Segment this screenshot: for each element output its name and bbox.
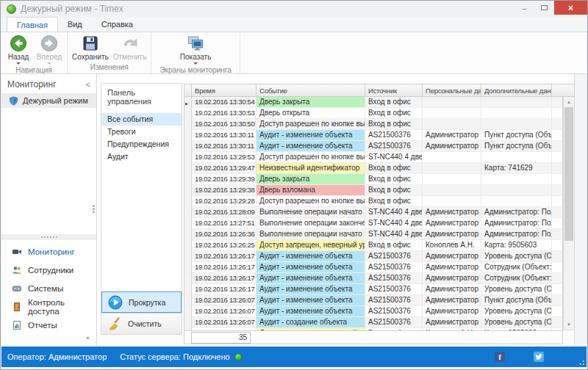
vertical-scrollbar[interactable]: ▲ ▼ (563, 97, 575, 330)
cell-personal (423, 174, 481, 185)
panel-splitter-grip[interactable]: ••• (93, 205, 95, 214)
header-filler (552, 84, 574, 96)
undo-button[interactable]: Отменить (111, 34, 149, 62)
table-row[interactable]: 19.02.2016 13:30:11 Аудит - изменение об… (184, 141, 562, 152)
tab-spravka[interactable]: Справка (92, 17, 143, 32)
table-row[interactable]: 19.02.2016 13:30:53 Дверь открыта Вход в… (184, 108, 562, 119)
cell-filler (552, 185, 562, 196)
filter-audit[interactable]: Аудит (101, 150, 182, 163)
row-indicator (184, 163, 192, 174)
cell-time: 19.02.2016 13:26:07 (192, 317, 257, 328)
table-row[interactable]: 19.02.2016 13:26:17 Аудит - изменение об… (184, 262, 562, 273)
table-row[interactable]: 19.02.2016 13:27:51 Выполнение операции … (184, 218, 562, 229)
cell-time: 19.02.2016 13:30:53 (192, 108, 257, 119)
cell-time: 19.02.2016 13:26:07 (192, 295, 257, 306)
table-row[interactable]: 19.02.2016 13:26:25 Доступ запрещен, нев… (184, 240, 562, 251)
sidebar: Мониторинг < Дежурный режим ••• Монитори… (1, 74, 97, 347)
table-row[interactable]: 19.02.2016 13:26:17 Аудит - изменение об… (184, 284, 562, 295)
filter-warnings[interactable]: Предупреждения (101, 138, 182, 150)
row-indicator (184, 108, 192, 119)
cell-personal: Администратор (423, 317, 481, 328)
sidebar-collapse-icon[interactable]: < (86, 80, 90, 89)
header-event[interactable]: Событие (257, 84, 365, 96)
status-bar: Оператор: Администратор Статус сервера: … (1, 347, 587, 367)
record-count-box[interactable]: 35 (191, 332, 251, 344)
table-row[interactable]: 19.02.2016 13:26:17 Аудит - изменение об… (184, 251, 562, 262)
scrollbar-thumb[interactable] (564, 107, 573, 241)
cell-extra (481, 97, 552, 108)
table-row[interactable]: 19.02.2016 13:26:07 Аудит - изменение об… (184, 295, 562, 306)
table-row[interactable]: 19.02.2016 13:26:17 Аудит - изменение об… (184, 273, 562, 284)
table-row[interactable]: 19.02.2016 13:30:11 Аудит - изменение об… (184, 130, 562, 141)
filter-alarms[interactable]: Тревоги (101, 126, 182, 138)
sidebar-splitter[interactable] (1, 234, 96, 240)
table-row[interactable]: ▶ 19.02.2016 13:30:54 Дверь закрыта Вход… (184, 97, 562, 108)
cell-extra (481, 185, 552, 196)
tab-glavnaya[interactable]: Главная (7, 17, 58, 32)
filter-all-events[interactable]: Все события (101, 113, 182, 126)
header-source[interactable]: Источник (365, 84, 423, 96)
table-row[interactable]: 19.02.2016 13:26:36 Выполнение операции … (184, 229, 562, 240)
sidebar-nav-expand-icon[interactable]: ▼ (85, 335, 90, 341)
scroll-button[interactable]: Прокрутка (101, 291, 182, 313)
minimize-button[interactable]: – (514, 1, 534, 15)
show-dropdown-icon (193, 62, 198, 65)
cell-source: AS21500376 (365, 284, 423, 295)
table-row[interactable]: 19.02.2016 13:29:53 Доступ разрешен по к… (184, 152, 562, 163)
cell-source: AS21500376 (365, 306, 423, 317)
sidebar-item-monitoring[interactable]: Мониторинг (1, 242, 96, 261)
sidebar-item-systems[interactable]: Системы (1, 279, 96, 297)
forward-button[interactable]: Вперед (34, 34, 65, 65)
close-button[interactable]: × (554, 1, 587, 15)
table-row[interactable]: 19.02.2016 13:29:38 Дверь взломана Вход … (184, 185, 562, 196)
cell-event: Доступ разрешен по кнопке выхода (257, 152, 365, 163)
cell-extra: Сотрудник (Объект: К... (481, 262, 552, 273)
table-row[interactable]: 19.02.2016 13:26:07 Аудит - изменение об… (184, 306, 562, 317)
table-row[interactable]: 19.02.2016 13:29:28 Доступ разрешен по к… (184, 196, 562, 207)
cell-personal: Администратор (423, 207, 481, 218)
tab-vid[interactable]: Вид (58, 17, 92, 32)
clear-button[interactable]: Очистить (101, 313, 182, 334)
back-button[interactable]: Назад (3, 34, 34, 65)
main-area: Мониторинг < Дежурный режим ••• Монитори… (1, 74, 587, 347)
save-button[interactable]: Сохранить (70, 34, 111, 62)
table-row[interactable]: 19.02.2016 13:30:50 Доступ разрешен по к… (184, 119, 562, 130)
resize-grip[interactable] (577, 358, 584, 365)
row-indicator (184, 229, 192, 240)
header-personal-data[interactable]: Персональные данн... (423, 84, 481, 96)
monitoring-icon (12, 247, 22, 257)
scroll-up-icon[interactable]: ▲ (564, 97, 574, 107)
row-indicator (184, 141, 192, 152)
table-row[interactable]: 19.02.2016 13:29:47 Неизвестный идентифи… (184, 163, 562, 174)
maximize-button[interactable] (534, 1, 554, 15)
cell-personal (423, 163, 481, 174)
play-circle-icon (108, 295, 123, 310)
row-indicator (184, 196, 192, 207)
cell-extra: Уровень доступа (Объ... (481, 284, 552, 295)
sidebar-item-duty-mode[interactable]: Дежурный режим (1, 93, 96, 108)
cell-filler (552, 273, 562, 284)
facebook-icon[interactable]: f (495, 352, 505, 362)
sidebar-item-employees[interactable]: Сотрудники (1, 261, 96, 279)
maximize-icon (541, 5, 548, 10)
table-row[interactable]: 19.02.2016 13:26:07 Аудит - создание объ… (184, 317, 562, 328)
cell-extra: Карта: 741629 (481, 163, 552, 174)
cell-event: Дверь открыта (257, 108, 365, 119)
sidebar-item-reports[interactable]: Отчеты (1, 316, 96, 334)
cell-event: Доступ разрешен по кнопке выхода (257, 196, 365, 207)
cell-extra: Пункт доступа (Объек... (481, 130, 552, 141)
cell-time: 19.02.2016 13:26:36 (192, 229, 257, 240)
monitor-screens-icon (187, 35, 204, 52)
twitter-icon[interactable] (534, 352, 544, 362)
back-icon (10, 35, 27, 52)
show-button[interactable]: Показать (178, 34, 214, 65)
header-additional-data[interactable]: Дополнительные данн... (481, 84, 552, 96)
row-indicator (184, 306, 192, 317)
row-indicator (184, 130, 192, 141)
table-row[interactable]: 19.02.2016 13:28:09 Выполнение операции … (184, 207, 562, 218)
header-time[interactable]: Время (192, 84, 257, 96)
table-row[interactable]: 19.02.2016 13:29:39 Дверь закрыта Вход в… (184, 174, 562, 185)
sidebar-item-access-control[interactable]: Контроль доступа (1, 297, 96, 316)
ribbon-group-changes: Сохранить Отменить Изменения (68, 32, 151, 73)
scroll-down-icon[interactable]: ▼ (564, 319, 574, 330)
